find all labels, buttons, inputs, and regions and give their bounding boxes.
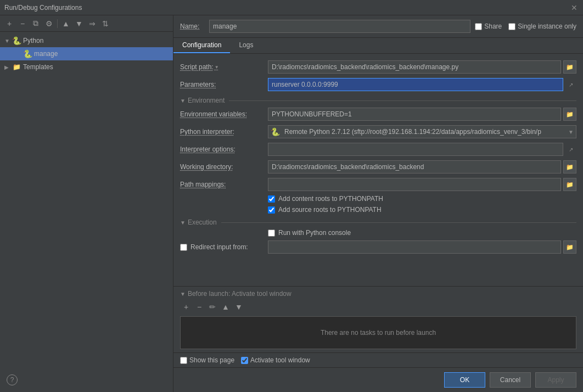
before-launch-title: Before launch: Activate tool window (188, 290, 292, 298)
apply-button[interactable]: Apply (535, 372, 576, 388)
show-this-page-checkbox[interactable] (180, 357, 187, 364)
add-content-roots-checkbox[interactable] (268, 195, 275, 203)
ok-button[interactable]: OK (444, 372, 485, 388)
before-launch-remove-button[interactable]: − (193, 301, 205, 313)
interpreter-options-expand-button[interactable]: ↗ (565, 144, 576, 155)
script-path-input[interactable] (268, 60, 561, 74)
bottom-actions: OK Cancel Apply (173, 367, 583, 392)
share-checkbox[interactable] (475, 23, 482, 30)
tree-item-python[interactable]: ▼ 🐍 Python (0, 34, 173, 47)
interpreter-options-row: Interpreter options: ↗ (173, 141, 583, 158)
script-path-row: Script path: ▼ 📁 (173, 58, 583, 76)
activate-tool-window-label[interactable]: Activate tool window (241, 356, 310, 364)
environment-section-header: ▼ Environment (173, 93, 583, 105)
single-instance-checkbox-label[interactable]: Single instance only (508, 23, 576, 30)
before-launch-toolbar: + − ✏ ▲ ▼ (180, 301, 576, 313)
interpreter-options-label: Interpreter options: (180, 145, 268, 153)
copy-config-button[interactable]: ⧉ (30, 18, 42, 30)
script-path-label: Script path: ▼ (180, 63, 268, 71)
interpreter-options-input[interactable] (268, 143, 563, 156)
name-row: Name: Share Single instance only (173, 15, 583, 38)
script-path-dropdown-icon[interactable]: ▼ (215, 65, 219, 70)
single-instance-label: Single instance only (518, 23, 576, 30)
manage-icon: 🐍 (23, 49, 32, 58)
before-launch-up-button[interactable]: ▲ (220, 301, 232, 313)
path-mappings-input[interactable] (268, 178, 561, 191)
tabs: Configuration Logs (173, 38, 583, 54)
add-source-roots-label[interactable]: Add source roots to PYTHONPATH (268, 206, 382, 214)
before-launch-edit-button[interactable]: ✏ (206, 301, 218, 313)
add-source-roots-checkbox[interactable] (268, 206, 275, 214)
redirect-input-checkbox[interactable] (180, 244, 187, 251)
env-variables-browse-button[interactable]: 📁 (563, 108, 576, 121)
activate-tool-window-checkbox[interactable] (241, 357, 248, 364)
settings-button[interactable]: ⚙ (43, 18, 55, 30)
show-this-page-text: Show this page (189, 356, 234, 364)
show-this-page-label[interactable]: Show this page (180, 356, 234, 364)
python-group-icon: 🐍 (12, 36, 21, 45)
tree-arrow-templates: ▶ (4, 64, 12, 70)
parameters-input-area: ↗ (268, 78, 576, 91)
working-directory-input[interactable] (268, 160, 561, 173)
working-directory-browse-button[interactable]: 📁 (563, 160, 576, 173)
move-button[interactable]: ⇒ (86, 18, 98, 30)
cancel-button[interactable]: Cancel (490, 372, 531, 388)
tab-logs[interactable]: Logs (230, 38, 262, 53)
parameters-expand-button[interactable]: ↗ (565, 79, 576, 90)
add-config-button[interactable]: + (3, 18, 15, 30)
interpreter-select[interactable]: 🐍 Remote Python 2.7.12 (sftp://root@192.… (268, 125, 576, 138)
redirect-input-input[interactable] (268, 240, 561, 254)
run-python-console-label[interactable]: Run with Python console (268, 229, 351, 237)
add-content-roots-text: Add content roots to PYTHONPATH (278, 195, 383, 203)
tree-templates-label: Templates (23, 63, 53, 71)
redirect-input-label: Redirect input from: (190, 243, 248, 251)
env-variables-input-area: 📁 (268, 108, 576, 121)
name-input[interactable] (209, 20, 470, 33)
tree-item-manage[interactable]: 🐍 manage (0, 47, 173, 60)
parameters-label: Parameters: (180, 81, 268, 88)
env-variables-row: Environment variables: 📁 (173, 105, 583, 123)
path-mappings-browse-button[interactable]: 📁 (563, 178, 576, 191)
share-area: Share Single instance only (475, 23, 576, 30)
execution-collapse-arrow[interactable]: ▼ (180, 220, 186, 226)
environment-collapse-arrow[interactable]: ▼ (180, 98, 186, 104)
before-launch-down-button[interactable]: ▼ (233, 301, 245, 313)
activate-tool-window-text: Activate tool window (250, 356, 310, 364)
add-content-roots-label[interactable]: Add content roots to PYTHONPATH (268, 195, 383, 203)
before-launch-arrow[interactable]: ▼ (180, 291, 186, 297)
script-path-browse-button[interactable]: 📁 (563, 60, 576, 74)
title-bar: Run/Debug Configurations ✕ (0, 0, 583, 15)
python-interpreter-row: Python interpreter: 🐍 Remote Python 2.7.… (173, 123, 583, 141)
down-button[interactable]: ▼ (73, 18, 85, 30)
interpreter-dropdown-arrow[interactable]: ▼ (566, 129, 576, 135)
tree-python-label: Python (23, 37, 43, 44)
run-python-console-checkbox[interactable] (268, 229, 275, 237)
single-instance-checkbox[interactable] (508, 23, 515, 30)
parameters-input[interactable] (268, 78, 563, 91)
help-button[interactable]: ? (7, 374, 18, 385)
env-variables-input[interactable] (268, 108, 561, 121)
tab-configuration[interactable]: Configuration (173, 38, 230, 53)
right-panel: Name: Share Single instance only Configu… (173, 15, 583, 392)
run-python-console-row: Run with Python console (173, 227, 583, 238)
before-launch-add-button[interactable]: + (180, 301, 192, 313)
tree-item-templates[interactable]: ▶ 📁 Templates (0, 60, 173, 74)
add-source-roots-text: Add source roots to PYTHONPATH (278, 206, 382, 214)
close-icon[interactable]: ✕ (570, 3, 579, 12)
interpreter-text: Remote Python 2.7.12 (sftp://root@192.16… (282, 128, 566, 136)
share-checkbox-label[interactable]: Share (475, 23, 502, 30)
redirect-input-label-area: Redirect input from: (180, 243, 268, 251)
redirect-input-input-area: 📁 (268, 240, 576, 254)
before-launch-empty-text: There are no tasks to run before launch (321, 329, 436, 337)
interpreter-options-input-area: ↗ (268, 143, 576, 156)
up-button[interactable]: ▲ (60, 18, 72, 30)
sort-button[interactable]: ⇅ (99, 18, 111, 30)
path-mappings-label: Path mappings: (180, 181, 268, 188)
remove-config-button[interactable]: − (16, 18, 29, 30)
environment-section-title: Environment (188, 97, 225, 104)
redirect-input-browse-button[interactable]: 📁 (563, 240, 576, 254)
tree-area: ▼ 🐍 Python 🐍 manage ▶ 📁 Templates (0, 32, 173, 392)
python-interpreter-label: Python interpreter: (180, 128, 268, 136)
share-label: Share (484, 23, 502, 30)
left-toolbar: + − ⧉ ⚙ ▲ ▼ ⇒ ⇅ (0, 15, 173, 32)
